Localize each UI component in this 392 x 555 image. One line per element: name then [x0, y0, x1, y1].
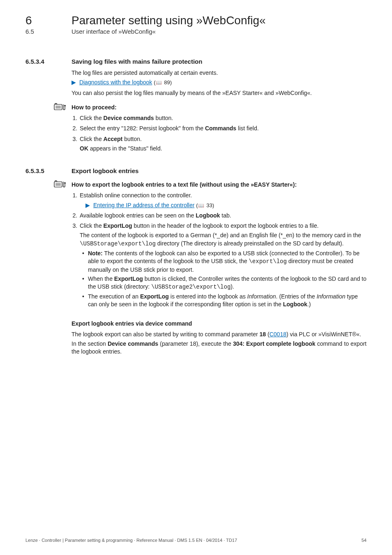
step-item: Select the entry "1282: Persist logbook"…	[79, 125, 367, 132]
page-reference: (📖 89)	[154, 79, 172, 86]
paragraph: You can also persist the log files manua…	[71, 89, 367, 97]
procedure-heading: How to export the logbook entries to a t…	[71, 179, 297, 189]
cross-reference: ▶ Diagnostics with the logbook (📖 89)	[71, 79, 367, 86]
subsection-title: Saving log files with mains failure prot…	[71, 58, 202, 65]
divider-dashes: _ _ _ _ _ _ _ _ _ _ _ _ _ _ _ _ _ _ _ _ …	[25, 41, 367, 47]
section-number: 6.5	[25, 28, 54, 35]
procedure-icon	[53, 179, 68, 189]
procedure-heading: How to proceed:	[71, 102, 117, 111]
book-icon: 📖	[156, 80, 162, 86]
sub-heading: Export logbook entries via device comman…	[71, 320, 367, 328]
arrow-icon: ▶	[71, 79, 76, 86]
step-item: Click the Accept button. OK appears in t…	[79, 135, 367, 153]
paragraph: The log files are persisted automaticall…	[71, 69, 367, 77]
bullet-item: The execution of an ExportLog is entered…	[82, 293, 367, 309]
step-result: OK appears in the "Status" field.	[80, 145, 367, 153]
footer-text: Lenze · Controller | Parameter setting &…	[25, 538, 237, 543]
procedure-icon	[53, 102, 68, 112]
link-diagnostics-logbook[interactable]: Diagnostics with the logbook	[79, 79, 152, 86]
link-c0018[interactable]: C0018	[270, 331, 286, 338]
subsection-number: 6.5.3.5	[25, 167, 63, 174]
page-number: 54	[362, 538, 367, 543]
step-item: Establish online connection to the contr…	[79, 192, 367, 209]
bullet-item: Note: The contents of the logbook can al…	[82, 250, 367, 274]
page-reference: (📖 33)	[196, 202, 214, 208]
step-item: Click the ExportLog button in the header…	[79, 222, 367, 308]
chapter-title: Parameter setting using »WebConfig«	[71, 14, 266, 27]
cross-reference: ▶ Entering the IP address of the control…	[85, 201, 367, 209]
link-ip-address[interactable]: Entering the IP address of the controlle…	[93, 202, 194, 208]
step-detail: The content of the logbook is exported t…	[80, 231, 367, 248]
paragraph: The logbook export can also be started b…	[71, 331, 367, 338]
subsection-number: 6.5.3.4	[25, 58, 63, 65]
arrow-icon: ▶	[85, 202, 90, 208]
chapter-number: 6	[25, 14, 54, 27]
subsection-title: Export logbook entries	[71, 167, 138, 174]
step-item: Available logbook entries can be seen on…	[79, 212, 367, 220]
book-icon: 📖	[198, 203, 204, 208]
step-item: Click the Device commands button.	[79, 114, 367, 122]
paragraph: In the section Device commands (paramete…	[71, 340, 367, 356]
section-title: User interface of »WebConfig«	[71, 28, 156, 35]
bullet-item: When the ExportLog button is clicked, th…	[82, 275, 367, 291]
